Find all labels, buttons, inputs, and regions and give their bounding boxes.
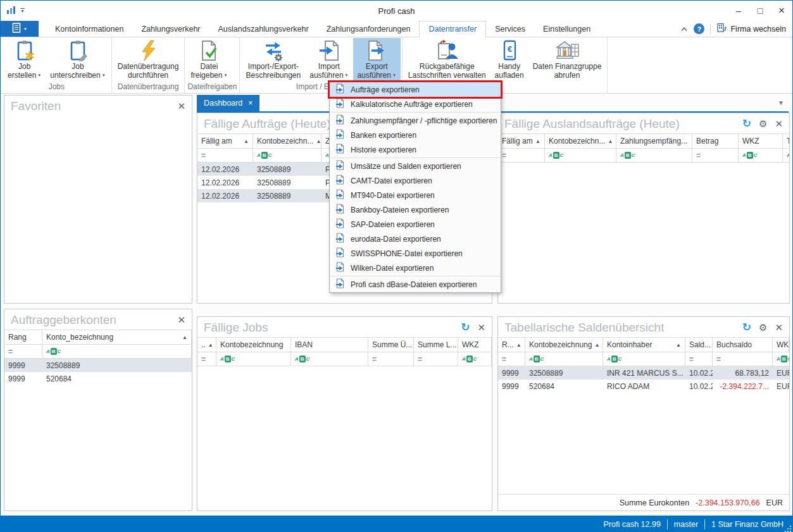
table-row[interactable]: 9999520684RICO ADAM10.02.2-2.394.222.7..… bbox=[498, 380, 789, 393]
ribbon-button-job-unterschreiben[interactable]: Jobunterschreiben▼ bbox=[46, 38, 109, 82]
column-header-iban[interactable]: IBAN bbox=[291, 338, 368, 352]
filter-cell[interactable]: = bbox=[368, 352, 414, 366]
refresh-icon[interactable]: ↻ bbox=[461, 323, 470, 333]
filter-cell[interactable]: = bbox=[498, 352, 525, 366]
column-header-kontobezeichnung[interactable]: Kontobezeichnung bbox=[216, 338, 291, 352]
column-header-typ[interactable]: Typ bbox=[783, 134, 790, 148]
collapse-ribbon-icon[interactable] bbox=[680, 25, 688, 34]
table-row[interactable]: 999932508889 bbox=[4, 359, 192, 372]
column-header-r[interactable]: R...▲ bbox=[498, 338, 525, 352]
tab-zahlungsanforderungen[interactable]: Zahlungsanforderungen bbox=[318, 21, 420, 37]
menu-item-sap-dateien-exportieren[interactable]: SAP-Dateien exportieren bbox=[330, 217, 501, 232]
menu-item-swissphone-datei-exportieren[interactable]: SWISSPHONE-Datei exportieren bbox=[330, 246, 501, 261]
filter-cell[interactable]: ABC bbox=[216, 352, 291, 366]
close-icon[interactable]: ✕ bbox=[177, 102, 185, 111]
column-header-sald[interactable]: Sald... bbox=[685, 338, 713, 352]
filter-cell[interactable]: ABC bbox=[603, 352, 685, 366]
refresh-icon[interactable]: ↻ bbox=[742, 119, 751, 129]
ribbon-button-datenübertragung-durchführen[interactable]: Datenübertragungdurchführen bbox=[113, 38, 184, 82]
filter-cell[interactable]: = bbox=[692, 149, 739, 162]
menu-item-kalkulatorische-aufträge-exportieren[interactable]: Kalkulatorische Aufträge exportieren bbox=[330, 97, 501, 111]
filter-cell[interactable]: ABC bbox=[773, 352, 790, 366]
refresh-icon[interactable]: ↻ bbox=[742, 323, 751, 333]
column-header-kontobezeichn[interactable]: Kontobezeichn...▲ bbox=[545, 134, 616, 148]
column-header-summe-ü[interactable]: Summe Ü... bbox=[368, 338, 414, 352]
menu-item-aufträge-exportieren[interactable]: Aufträge exportieren bbox=[330, 82, 501, 97]
menu-item-profi-cash-dbase-dateien-exportieren[interactable]: Profi cash dBase-Dateien exportieren bbox=[330, 277, 501, 292]
customize-toolbar-icon[interactable]: ▼ bbox=[20, 8, 25, 13]
menu-item-historie-exportieren[interactable]: Historie exportieren bbox=[330, 142, 501, 157]
column-header-kontoinhaber[interactable]: Kontoinhaber▲ bbox=[603, 338, 685, 352]
gear-icon[interactable]: ⚙ bbox=[759, 119, 767, 129]
column-header-wkz[interactable]: WKZ bbox=[739, 134, 783, 148]
resize-grip[interactable] bbox=[785, 526, 791, 532]
filter-cell[interactable]: ABC bbox=[458, 352, 492, 366]
column-header-kontobezeichn[interactable]: Kontobezeichn...▲ bbox=[253, 134, 322, 148]
close-icon[interactable]: ✕ bbox=[477, 323, 485, 332]
menu-item-banken-exportieren[interactable]: Banken exportieren bbox=[330, 128, 501, 142]
close-icon[interactable]: ✕ bbox=[775, 120, 783, 128]
tab-zahlungsverkehr[interactable]: Zahlungsverkehr bbox=[132, 21, 209, 37]
filter-cell[interactable]: ABC bbox=[42, 345, 192, 358]
column-header-[interactable]: ..▲ bbox=[197, 338, 216, 352]
column-header-summe-l[interactable]: Summe L... bbox=[414, 338, 458, 352]
filter-cell[interactable]: = bbox=[197, 149, 253, 162]
table-row[interactable]: 9999520684 bbox=[4, 372, 192, 385]
filter-cell[interactable]: ABC bbox=[253, 149, 322, 162]
menu-item-camt-datei-exportieren[interactable]: CAMT-Datei exportieren bbox=[330, 173, 501, 188]
tab-datentransfer[interactable]: Datentransfer bbox=[419, 21, 486, 37]
column-header-fällig-am[interactable]: Fällig am▲ bbox=[498, 134, 545, 148]
firma-wechseln-button[interactable]: Firma wechseln bbox=[716, 23, 786, 35]
ribbon-button-datei-freigeben[interactable]: Dateifreigeben▼ bbox=[186, 38, 232, 82]
help-icon[interactable]: ? bbox=[694, 23, 704, 34]
tab-list-dropdown-icon[interactable]: ▼ bbox=[778, 99, 784, 106]
close-button[interactable]: × bbox=[771, 1, 792, 21]
filter-cell[interactable]: ABC bbox=[739, 149, 783, 162]
menu-item-wilken-datei-exportieren[interactable]: Wilken-Datei exportieren bbox=[330, 261, 501, 275]
table-row[interactable]: 999932508889INR 421 MARCUS S...10.02.268… bbox=[498, 366, 789, 380]
filter-cell[interactable]: = bbox=[713, 352, 773, 366]
tab-dashboard[interactable]: Dashboard × bbox=[197, 95, 259, 111]
close-icon[interactable]: ✕ bbox=[775, 323, 783, 332]
column-header-buchsaldo[interactable]: Buchsaldo bbox=[713, 338, 773, 352]
menu-item-eurodata-datei-exportieren[interactable]: eurodata-Datei exportieren bbox=[330, 232, 501, 246]
app-menu-button[interactable]: ▼ bbox=[1, 21, 39, 37]
filter-cell[interactable]: ABC bbox=[545, 149, 616, 162]
chart-icon[interactable] bbox=[7, 5, 15, 16]
tab-einstellungen[interactable]: Einstellungen bbox=[534, 21, 599, 37]
filter-cell[interactable]: ABC bbox=[783, 149, 790, 162]
tab-kontoinformationen[interactable]: Kontoinformationen bbox=[46, 21, 132, 37]
filter-cell[interactable]: ABC bbox=[291, 352, 368, 366]
column-header-konto-bezeichnung[interactable]: Konto_bezeichnung▲ bbox=[42, 330, 192, 344]
filter-cell[interactable]: = bbox=[498, 149, 545, 162]
maximize-button[interactable]: □ bbox=[749, 1, 771, 21]
ribbon-button-export-ausführen[interactable]: Exportausführen▼ bbox=[353, 38, 401, 82]
column-header-rang[interactable]: Rang bbox=[4, 330, 42, 344]
column-header-zahlungsempfäng[interactable]: Zahlungsempfäng... bbox=[616, 134, 692, 148]
close-icon[interactable]: ✕ bbox=[177, 316, 185, 325]
ribbon-button-import-export-beschreibungen[interactable]: Import-/Export-Beschreibungen bbox=[241, 38, 305, 82]
column-header-kontobezeichnung[interactable]: Kontobezeichnung▲ bbox=[525, 338, 603, 352]
column-header-wkz[interactable]: WKZ bbox=[773, 338, 789, 352]
menu-item-umsätze-und-salden-exportieren[interactable]: Umsätze und Salden exportieren bbox=[330, 159, 501, 173]
filter-cell[interactable]: = bbox=[197, 352, 216, 366]
column-header-wkz[interactable]: WKZ bbox=[458, 338, 492, 352]
ribbon-button-job-erstellen[interactable]: Joberstellen▼ bbox=[3, 38, 46, 82]
filter-cell[interactable]: ABC bbox=[616, 149, 692, 162]
filter-cell[interactable]: ABC bbox=[525, 352, 603, 366]
gear-icon[interactable]: ⚙ bbox=[759, 323, 767, 333]
column-header-betrag[interactable]: Betrag bbox=[692, 134, 739, 148]
ribbon-button-import-ausführen[interactable]: Importausführen▼ bbox=[305, 38, 353, 82]
menu-item-bankboy-dateien-exportieren[interactable]: Bankboy-Dateien exportieren bbox=[330, 202, 501, 217]
filter-cell[interactable]: = bbox=[685, 352, 713, 366]
filter-cell[interactable]: = bbox=[414, 352, 458, 366]
tab-auslandszahlungsverkehr[interactable]: Auslandszahlungsverkehr bbox=[209, 21, 318, 37]
column-header-fällig-am[interactable]: Fällig am▲ bbox=[197, 134, 253, 148]
tab-services[interactable]: Services bbox=[486, 21, 534, 37]
filter-cell[interactable]: = bbox=[4, 345, 42, 358]
menu-item-zahlungsempfänger-pflichtige-exportieren[interactable]: Zahlungsempfänger / -pflichtige exportie… bbox=[330, 113, 501, 128]
minimize-button[interactable]: – bbox=[728, 1, 749, 21]
ribbon-button-daten-finanzgruppe-abrufen[interactable]: Daten Finanzgruppeabrufen bbox=[528, 38, 606, 90]
dashboard-tab-close-icon[interactable]: × bbox=[248, 99, 253, 108]
menu-item-mt940-datei-exportieren[interactable]: MT940-Datei exportieren bbox=[330, 188, 501, 202]
